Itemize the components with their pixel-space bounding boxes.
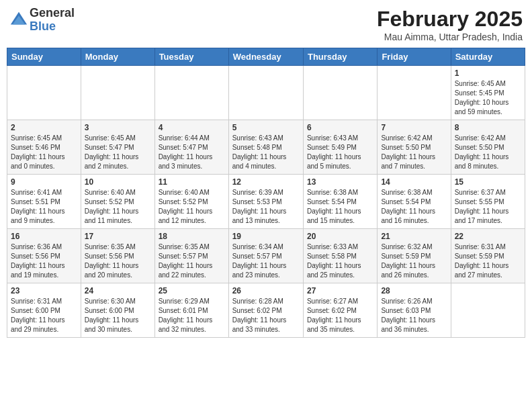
week-row-2: 2Sunrise: 6:45 AM Sunset: 5:46 PM Daylig… — [7, 120, 525, 175]
day-cell: 22Sunrise: 6:31 AM Sunset: 5:59 PM Dayli… — [451, 229, 525, 283]
day-cell — [451, 283, 525, 338]
day-info: Sunrise: 6:36 AM Sunset: 5:56 PM Dayligh… — [11, 242, 77, 280]
day-cell — [228, 66, 303, 120]
day-number: 15 — [455, 177, 521, 187]
day-number: 12 — [232, 177, 300, 187]
day-cell: 17Sunrise: 6:35 AM Sunset: 5:56 PM Dayli… — [81, 229, 154, 283]
calendar-table: SundayMondayTuesdayWednesdayThursdayFrid… — [7, 48, 525, 338]
day-number: 24 — [85, 286, 151, 295]
day-cell: 24Sunrise: 6:30 AM Sunset: 6:00 PM Dayli… — [81, 283, 154, 338]
day-number: 9 — [11, 177, 77, 187]
day-number: 7 — [381, 123, 447, 132]
day-cell: 21Sunrise: 6:32 AM Sunset: 5:59 PM Dayli… — [378, 229, 451, 283]
day-number: 23 — [11, 286, 77, 295]
day-number: 16 — [11, 232, 77, 241]
col-header-thursday: Thursday — [303, 48, 377, 66]
day-number: 27 — [307, 286, 373, 295]
day-cell: 2Sunrise: 6:45 AM Sunset: 5:46 PM Daylig… — [7, 120, 81, 175]
col-header-tuesday: Tuesday — [154, 48, 228, 66]
week-row-5: 23Sunrise: 6:31 AM Sunset: 6:00 PM Dayli… — [7, 283, 525, 338]
day-number: 26 — [232, 286, 300, 295]
col-header-saturday: Saturday — [451, 48, 525, 66]
day-cell — [81, 66, 154, 120]
logo-general: General — [30, 7, 75, 20]
day-cell: 5Sunrise: 6:43 AM Sunset: 5:48 PM Daylig… — [228, 120, 303, 175]
day-number: 8 — [455, 123, 521, 132]
logo-blue: Blue — [30, 20, 75, 34]
col-header-wednesday: Wednesday — [228, 48, 303, 66]
day-cell: 8Sunrise: 6:42 AM Sunset: 5:50 PM Daylig… — [451, 120, 525, 175]
day-info: Sunrise: 6:28 AM Sunset: 6:02 PM Dayligh… — [232, 297, 300, 334]
day-cell: 1Sunrise: 6:45 AM Sunset: 5:45 PM Daylig… — [451, 66, 525, 120]
day-info: Sunrise: 6:44 AM Sunset: 5:47 PM Dayligh… — [159, 134, 225, 171]
day-number: 17 — [85, 232, 151, 241]
day-cell: 11Sunrise: 6:40 AM Sunset: 5:52 PM Dayli… — [154, 175, 228, 229]
day-info: Sunrise: 6:35 AM Sunset: 5:56 PM Dayligh… — [85, 242, 151, 280]
day-number: 18 — [159, 232, 225, 241]
day-number: 6 — [307, 123, 373, 132]
day-number: 4 — [159, 123, 225, 132]
day-info: Sunrise: 6:37 AM Sunset: 5:55 PM Dayligh… — [455, 188, 521, 226]
logo: General Blue — [9, 7, 75, 34]
day-cell: 18Sunrise: 6:35 AM Sunset: 5:57 PM Dayli… — [154, 229, 228, 283]
calendar-title: February 2025 — [377, 7, 523, 32]
day-number: 13 — [307, 177, 373, 187]
day-cell: 20Sunrise: 6:33 AM Sunset: 5:58 PM Dayli… — [303, 229, 377, 283]
day-cell: 23Sunrise: 6:31 AM Sunset: 6:00 PM Dayli… — [7, 283, 81, 338]
page-header: General Blue February 2025 Mau Aimma, Ut… — [7, 7, 525, 42]
day-cell: 10Sunrise: 6:40 AM Sunset: 5:52 PM Dayli… — [81, 175, 154, 229]
day-cell: 9Sunrise: 6:41 AM Sunset: 5:51 PM Daylig… — [7, 175, 81, 229]
day-number: 25 — [159, 286, 225, 295]
day-cell — [154, 66, 228, 120]
calendar-subtitle: Mau Aimma, Uttar Pradesh, India — [377, 32, 523, 42]
day-number: 5 — [232, 123, 300, 132]
day-info: Sunrise: 6:42 AM Sunset: 5:50 PM Dayligh… — [455, 134, 521, 171]
day-info: Sunrise: 6:41 AM Sunset: 5:51 PM Dayligh… — [11, 188, 77, 226]
day-number: 20 — [307, 232, 373, 241]
day-cell: 16Sunrise: 6:36 AM Sunset: 5:56 PM Dayli… — [7, 229, 81, 283]
day-cell: 12Sunrise: 6:39 AM Sunset: 5:53 PM Dayli… — [228, 175, 303, 229]
day-info: Sunrise: 6:38 AM Sunset: 5:54 PM Dayligh… — [381, 188, 447, 226]
day-info: Sunrise: 6:43 AM Sunset: 5:48 PM Dayligh… — [232, 134, 300, 171]
day-number: 19 — [232, 232, 300, 241]
day-cell: 19Sunrise: 6:34 AM Sunset: 5:57 PM Dayli… — [228, 229, 303, 283]
day-info: Sunrise: 6:35 AM Sunset: 5:57 PM Dayligh… — [159, 242, 225, 280]
day-info: Sunrise: 6:40 AM Sunset: 5:52 PM Dayligh… — [85, 188, 151, 226]
col-header-sunday: Sunday — [7, 48, 81, 66]
day-cell: 4Sunrise: 6:44 AM Sunset: 5:47 PM Daylig… — [154, 120, 228, 175]
day-number: 11 — [159, 177, 225, 187]
day-info: Sunrise: 6:42 AM Sunset: 5:50 PM Dayligh… — [381, 134, 447, 171]
day-info: Sunrise: 6:38 AM Sunset: 5:54 PM Dayligh… — [307, 188, 373, 226]
header-row: SundayMondayTuesdayWednesdayThursdayFrid… — [7, 48, 525, 66]
day-info: Sunrise: 6:43 AM Sunset: 5:49 PM Dayligh… — [307, 134, 373, 171]
day-cell — [7, 66, 81, 120]
day-info: Sunrise: 6:45 AM Sunset: 5:46 PM Dayligh… — [11, 134, 77, 171]
week-row-4: 16Sunrise: 6:36 AM Sunset: 5:56 PM Dayli… — [7, 229, 525, 283]
day-info: Sunrise: 6:40 AM Sunset: 5:52 PM Dayligh… — [159, 188, 225, 226]
day-number: 3 — [85, 123, 151, 132]
day-cell: 27Sunrise: 6:27 AM Sunset: 6:02 PM Dayli… — [303, 283, 377, 338]
day-cell — [303, 66, 377, 120]
day-info: Sunrise: 6:30 AM Sunset: 6:00 PM Dayligh… — [85, 297, 151, 334]
day-info: Sunrise: 6:32 AM Sunset: 5:59 PM Dayligh… — [381, 242, 447, 280]
day-info: Sunrise: 6:31 AM Sunset: 6:00 PM Dayligh… — [11, 297, 77, 334]
day-cell: 15Sunrise: 6:37 AM Sunset: 5:55 PM Dayli… — [451, 175, 525, 229]
day-cell — [378, 66, 451, 120]
week-row-1: 1Sunrise: 6:45 AM Sunset: 5:45 PM Daylig… — [7, 66, 525, 120]
day-info: Sunrise: 6:33 AM Sunset: 5:58 PM Dayligh… — [307, 242, 373, 280]
day-info: Sunrise: 6:29 AM Sunset: 6:01 PM Dayligh… — [159, 297, 225, 334]
day-cell: 6Sunrise: 6:43 AM Sunset: 5:49 PM Daylig… — [303, 120, 377, 175]
day-info: Sunrise: 6:31 AM Sunset: 5:59 PM Dayligh… — [455, 242, 521, 280]
day-info: Sunrise: 6:45 AM Sunset: 5:45 PM Dayligh… — [455, 79, 521, 117]
day-cell: 26Sunrise: 6:28 AM Sunset: 6:02 PM Dayli… — [228, 283, 303, 338]
day-number: 21 — [381, 232, 447, 241]
day-cell: 3Sunrise: 6:45 AM Sunset: 5:47 PM Daylig… — [81, 120, 154, 175]
day-info: Sunrise: 6:27 AM Sunset: 6:02 PM Dayligh… — [307, 297, 373, 334]
day-cell: 14Sunrise: 6:38 AM Sunset: 5:54 PM Dayli… — [378, 175, 451, 229]
day-info: Sunrise: 6:34 AM Sunset: 5:57 PM Dayligh… — [232, 242, 300, 280]
col-header-friday: Friday — [378, 48, 451, 66]
day-number: 10 — [85, 177, 151, 187]
logo-text: General Blue — [30, 7, 75, 34]
day-number: 2 — [11, 123, 77, 132]
day-number: 22 — [455, 232, 521, 241]
